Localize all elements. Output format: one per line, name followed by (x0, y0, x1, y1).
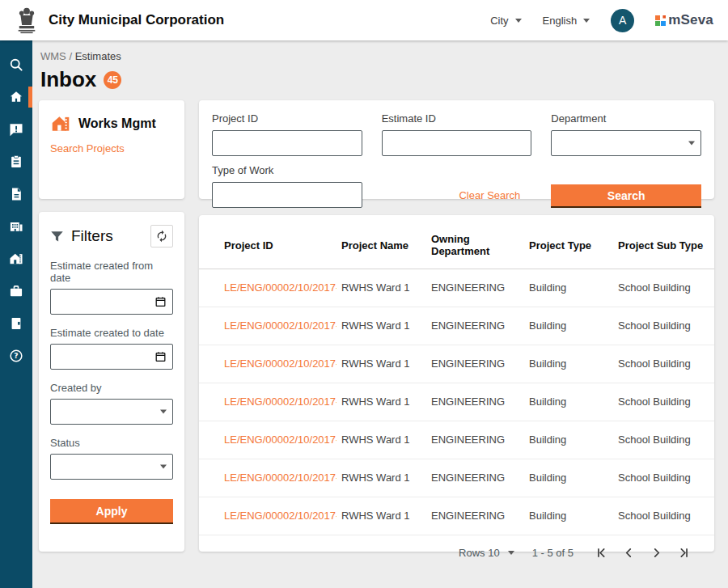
cell-project-type: Building (524, 345, 613, 383)
filter-created-by-label: Created by (50, 382, 173, 394)
cell-project-name: RWHS Ward 1 (336, 383, 426, 421)
city-dropdown[interactable]: City (490, 15, 521, 27)
chevron-down-icon (160, 465, 167, 469)
user-avatar[interactable]: A (611, 9, 634, 32)
main-content: WMS / Estimates Inbox 45 (32, 40, 728, 588)
department-input[interactable] (552, 131, 700, 155)
filters-title: Filters (71, 227, 143, 245)
language-dropdown[interactable]: English (543, 15, 590, 27)
sidebar-item-help[interactable]: ? (0, 340, 32, 372)
chevron-down-icon (508, 551, 514, 555)
project-id-link[interactable]: LE/ENG/00002/10/2017-18 (199, 307, 336, 345)
previous-page-button[interactable] (619, 543, 638, 562)
refresh-filters-button[interactable] (150, 225, 173, 247)
calendar-icon[interactable] (154, 351, 167, 363)
cell-owning-department: ENGINEERING (426, 307, 524, 345)
clear-search-link[interactable]: Clear Search (459, 189, 520, 201)
table-header-row: Project ID Project Name Owning Departmen… (199, 215, 714, 269)
briefcase-icon (8, 283, 24, 299)
sidebar-item-works[interactable] (0, 243, 32, 275)
table-body: LE/ENG/00002/10/2017-18 RWHS Ward 1 ENGI… (199, 269, 714, 535)
filter-to-date-field[interactable] (50, 344, 173, 370)
works-mgmt-card: Works Mgmt Search Projects (39, 100, 184, 199)
document-icon (8, 186, 24, 202)
cell-project-type: Building (524, 459, 613, 497)
rows-per-page-dropdown[interactable]: Rows 10 (459, 547, 514, 559)
search-button[interactable]: Search (551, 184, 701, 208)
sidebar-item-journal[interactable] (0, 307, 32, 340)
sidebar-item-documents[interactable] (0, 178, 32, 210)
department-select[interactable] (551, 130, 701, 156)
cell-project-sub-type: School Building (613, 459, 714, 497)
pagination-bar: Rows 10 1 - 5 of 5 (199, 535, 714, 572)
department-label: Department (551, 112, 701, 125)
cell-owning-department: ENGINEERING (426, 269, 524, 307)
project-id-link[interactable]: LE/ENG/00002/10/2017-18 (199, 383, 336, 421)
cell-owning-department: ENGINEERING (426, 345, 524, 383)
breadcrumb-separator: / (69, 50, 72, 62)
estimate-id-input[interactable] (383, 131, 531, 155)
left-nav-sidebar: ? (0, 40, 32, 588)
app-title: City Municipal Corporation (49, 12, 224, 28)
apply-filters-button[interactable]: Apply (50, 499, 173, 524)
filter-status-input[interactable] (51, 455, 172, 479)
cell-project-name: RWHS Ward 1 (336, 345, 426, 383)
table-row: LE/ENG/00002/10/2017-18 RWHS Ward 1 ENGI… (199, 269, 714, 307)
clipboard-icon (8, 154, 24, 170)
project-id-link[interactable]: LE/ENG/00002/10/2017-18 (199, 269, 336, 307)
cell-owning-department: ENGINEERING (426, 421, 524, 459)
sidebar-item-municipal-services[interactable] (0, 210, 32, 243)
project-id-link[interactable]: LE/ENG/00002/10/2017-18 (199, 421, 336, 459)
sidebar-item-hrms[interactable] (0, 275, 32, 307)
sidebar-item-search[interactable] (0, 49, 32, 81)
col-project-sub-type: Project Sub Type (613, 215, 714, 269)
cell-project-sub-type: School Building (613, 307, 714, 345)
filter-from-date-label: Estimate created from date (50, 260, 173, 284)
project-id-link[interactable]: LE/ENG/00002/10/2017-18 (199, 497, 336, 535)
mseva-logo: mSeva (655, 12, 713, 28)
col-owning-department: Owning Department (426, 215, 524, 269)
complaints-icon (8, 121, 24, 137)
rows-per-page-label: Rows 10 (459, 547, 500, 559)
type-of-work-label: Type of Work (212, 164, 362, 176)
calendar-icon[interactable] (154, 296, 167, 308)
cell-project-type: Building (524, 307, 613, 345)
chevron-left-icon (622, 546, 636, 560)
cell-project-sub-type: School Building (613, 383, 714, 421)
results-table-card: Project ID Project Name Owning Departmen… (199, 215, 714, 552)
project-id-link[interactable]: LE/ENG/00002/10/2017-18 (199, 459, 336, 497)
filter-funnel-icon (50, 230, 64, 243)
search-icon (8, 57, 24, 73)
filter-from-date-field[interactable] (50, 289, 173, 315)
last-page-button[interactable] (674, 543, 693, 562)
help-icon: ? (8, 348, 24, 364)
sidebar-item-complaints[interactable] (0, 113, 32, 146)
next-page-button[interactable] (646, 543, 666, 562)
mseva-logo-text: mSeva (668, 12, 713, 28)
sidebar-item-clipboard[interactable] (0, 146, 32, 178)
project-id-link[interactable]: LE/ENG/00002/10/2017-18 (199, 345, 336, 383)
filter-created-by-select[interactable] (50, 399, 173, 425)
project-id-field[interactable] (212, 130, 362, 156)
cell-project-name: RWHS Ward 1 (336, 497, 426, 535)
project-id-input[interactable] (213, 131, 362, 155)
estimate-id-field[interactable] (382, 130, 532, 156)
cell-owning-department: ENGINEERING (426, 459, 524, 497)
sidebar-item-home[interactable] (0, 81, 32, 113)
type-of-work-field[interactable] (212, 182, 362, 208)
first-page-icon (595, 546, 608, 560)
type-of-work-input[interactable] (213, 183, 362, 207)
cell-project-type: Building (524, 497, 613, 535)
filter-status-select[interactable] (50, 454, 173, 480)
chevron-down-icon (688, 142, 695, 146)
first-page-button[interactable] (591, 543, 611, 562)
works-icon (8, 251, 24, 267)
chevron-down-icon (160, 410, 167, 414)
breadcrumb-wms[interactable]: WMS (40, 50, 66, 62)
filter-created-by-input[interactable] (51, 400, 172, 424)
table-row: LE/ENG/00002/10/2017-18 RWHS Ward 1 ENGI… (199, 459, 714, 497)
page-title: Inbox (40, 67, 96, 92)
cell-project-type: Building (524, 269, 613, 307)
search-projects-link[interactable]: Search Projects (50, 142, 125, 154)
table-row: LE/ENG/00002/10/2017-18 RWHS Ward 1 ENGI… (199, 383, 714, 421)
